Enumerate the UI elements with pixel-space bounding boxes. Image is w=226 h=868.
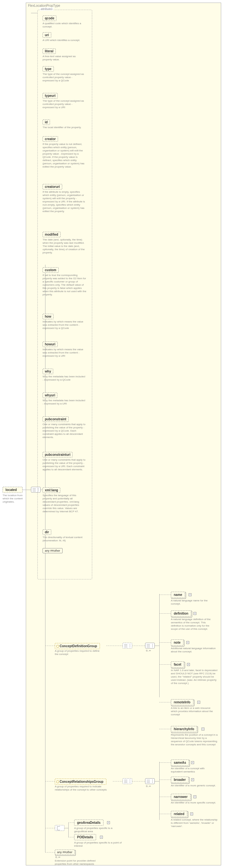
- elem-definition[interactable]: definition: [171, 611, 191, 617]
- attr-qcode[interactable]: qcode: [43, 16, 57, 21]
- attr-creatoruri-desc: If the attribute is empty, specifies whi…: [43, 190, 86, 213]
- root-element-label: located: [5, 488, 17, 492]
- elem-name[interactable]: name: [171, 592, 185, 598]
- group-concept-relationships[interactable]: ConceptRelationshipsGroup: [55, 779, 106, 785]
- attr-id[interactable]: id: [43, 119, 50, 125]
- attr-howuri-desc: Indicates by which means the value was e…: [43, 348, 86, 358]
- root-element-located[interactable]: located: [3, 487, 23, 493]
- attr-literal-desc: A free-text value assigned as property v…: [43, 55, 84, 61]
- attr-custom-desc: If set to true the corresponding propert…: [43, 274, 86, 296]
- attr-xmllang[interactable]: xml:lang: [43, 488, 60, 493]
- attr-type[interactable]: type: [43, 66, 54, 72]
- attr-whyuri[interactable]: whyuri: [43, 393, 58, 398]
- attr-pubconstraint[interactable]: pubconstraint: [43, 416, 69, 422]
- attr-dir-desc: The directionality of textual content (e…: [43, 536, 86, 542]
- elem-definition-desc: A natural language definition of the sem…: [171, 618, 216, 631]
- attr-creator[interactable]: creator: [43, 136, 58, 142]
- def-group-inner-seq[interactable]: [145, 643, 155, 649]
- attributes-frame-label: attributes: [40, 7, 53, 11]
- attr-xmllang-desc: Specifies the language of this property …: [43, 494, 86, 513]
- attr-modified[interactable]: modified: [43, 232, 61, 237]
- attr-why-desc: Why the metadata has been included - exp…: [43, 375, 86, 381]
- elem-hierarchyinfo-desc: Represents the position of a concept in …: [171, 734, 218, 746]
- attr-dir[interactable]: dir: [43, 529, 51, 535]
- elem-hierarchyinfo[interactable]: hierarchyInfo: [171, 726, 197, 732]
- attr-typeuri[interactable]: typeuri: [43, 93, 58, 98]
- root-element-desc: The location from which the content orig…: [3, 494, 26, 503]
- elem-name-expand[interactable]: +: [189, 593, 191, 596]
- elem-poidetails-expand[interactable]: +: [100, 836, 103, 839]
- elem-geoareadetails-desc: A group of properties specific to a geop…: [74, 827, 122, 833]
- def-group-mult: 0..∞: [146, 649, 151, 652]
- attr-whyuri-desc: Why the metadata has been included - exp…: [43, 399, 86, 405]
- attr-custom[interactable]: custom: [43, 267, 59, 273]
- attr-pubconstrainturi-desc: One or many constraints that apply to pu…: [43, 458, 86, 471]
- elem-related-expand[interactable]: +: [190, 812, 193, 815]
- elem-note[interactable]: note: [171, 640, 183, 646]
- attr-pubconstrainturi[interactable]: pubconstrainturi: [43, 452, 73, 457]
- elem-remoteinfo-expand[interactable]: +: [197, 701, 200, 704]
- type-label: FlexLocationPropType: [28, 4, 60, 7]
- group-concept-relationships-desc: A group of properties required to indica…: [55, 785, 110, 792]
- attr-howuri[interactable]: howuri: [43, 342, 58, 347]
- elem-hierarchyinfo-expand[interactable]: +: [201, 727, 204, 731]
- elem-definition-expand[interactable]: +: [193, 612, 196, 615]
- attr-typeuri-desc: The type of the concept assigned as cont…: [43, 99, 84, 109]
- elem-any-other-mult: 0..∞: [55, 856, 60, 859]
- attr-creator-desc: If the property value is not defined, sp…: [43, 143, 86, 168]
- attr-type-desc: The type of the concept assigned as cont…: [43, 73, 84, 82]
- elem-geoareadetails-expand[interactable]: +: [107, 821, 110, 824]
- attr-qcode-desc: A qualified code which identifies a conc…: [43, 22, 84, 28]
- elem-facet[interactable]: facet: [171, 661, 184, 668]
- elem-name-desc: A natural language name for the concept.: [171, 599, 216, 606]
- attr-creatoruri[interactable]: creatoruri: [43, 184, 62, 189]
- geo-poi-choice[interactable]: [55, 825, 65, 831]
- elem-any-other[interactable]: any ##other: [55, 849, 75, 855]
- attr-any-other[interactable]: any ##other: [43, 548, 63, 553]
- elem-narrower-desc: An identifier of a more specific concept…: [171, 801, 216, 804]
- elem-facet-expand[interactable]: +: [187, 663, 190, 666]
- rel-group-inner-seq[interactable]: [145, 778, 155, 784]
- elem-remoteinfo[interactable]: remoteInfo: [171, 699, 193, 705]
- attr-how-desc: Indicates by which means the value was e…: [43, 320, 86, 330]
- elem-narrower[interactable]: narrower: [171, 794, 191, 800]
- elem-remoteinfo-desc: A link to an item or a web resource whic…: [171, 707, 216, 716]
- elem-poidetails[interactable]: POIDetails: [74, 834, 96, 840]
- elem-narrower-expand[interactable]: +: [193, 795, 196, 798]
- elem-any-other-desc: Extension point for provider-defined pro…: [55, 859, 103, 866]
- elem-any-other-label: any ##other: [57, 850, 73, 854]
- rel-group-mult: 0..∞: [146, 785, 151, 787]
- def-group-sequence[interactable]: [122, 643, 132, 649]
- group-concept-definition[interactable]: ConceptDefinitionGroup: [55, 643, 100, 649]
- rel-group-sequence[interactable]: [122, 778, 132, 784]
- elem-related[interactable]: related: [171, 811, 187, 817]
- attr-uri-desc: A URI which identifies a concept.: [43, 39, 84, 42]
- elem-facet-desc: In NAR 1.8 and later, facet is deprecate…: [171, 669, 218, 685]
- elem-broader-expand[interactable]: +: [191, 778, 194, 781]
- group-concept-definition-desc: A group of properties required to define…: [55, 649, 103, 656]
- attr-any-other-label: any ##other: [45, 549, 60, 552]
- attr-id-desc: The local identifier of the property.: [43, 126, 84, 129]
- attr-uri[interactable]: uri: [43, 32, 51, 38]
- elem-poidetails-desc: A group of properties specific to a poin…: [74, 841, 122, 848]
- elem-sameas-expand[interactable]: +: [191, 761, 194, 764]
- elem-sameas-desc: An identifier of a concept with equivale…: [171, 767, 216, 773]
- elem-related-desc: A related concept, where the relationshi…: [171, 818, 218, 828]
- elem-sameas[interactable]: sameAs: [171, 760, 189, 766]
- attr-why[interactable]: why: [43, 369, 53, 374]
- elem-note-expand[interactable]: +: [186, 641, 189, 644]
- attr-modified-desc: The date (and, optionally, the time) whe…: [43, 238, 86, 254]
- attr-literal[interactable]: literal: [43, 49, 56, 54]
- attr-how[interactable]: how: [43, 314, 53, 319]
- attr-pubconstraint-desc: One or many constraints that apply to pu…: [43, 423, 86, 439]
- elem-broader-desc: An identifier of a more generic concept.: [171, 784, 216, 787]
- elem-broader[interactable]: broader: [171, 777, 189, 783]
- elem-note-desc: Additional natural language information …: [171, 647, 216, 653]
- elem-geoareadetails[interactable]: geoAreaDetails: [74, 819, 104, 826]
